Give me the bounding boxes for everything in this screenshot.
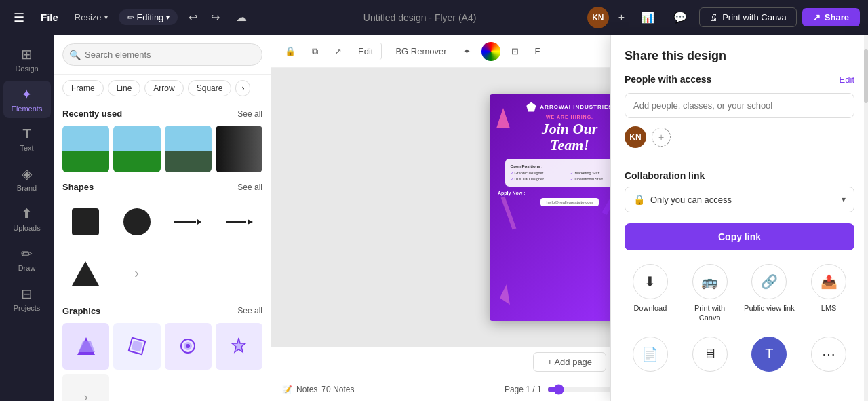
add-people-input[interactable] [625, 93, 854, 118]
document-title: Untitled design - Flyer (A4) [258, 12, 582, 23]
sidebar-item-uploads[interactable]: ⬆ Uploads [3, 200, 51, 237]
notes-section[interactable]: 📝 Notes 70 Notes [282, 385, 354, 394]
graphic-more-item[interactable]: › [62, 374, 109, 401]
user-row: KN + [625, 126, 854, 148]
shape-square-item[interactable] [62, 199, 108, 245]
sidebar-label-draw: Draw [18, 264, 36, 272]
download-label: Download [633, 303, 667, 313]
shape-triangle-item[interactable] [62, 250, 108, 297]
graphic-item-2[interactable] [113, 323, 160, 370]
graphic-item-3[interactable] [165, 323, 212, 370]
public-view-action[interactable]: 🔗 Public view link [744, 264, 795, 323]
search-icon: 🔍 [69, 50, 81, 60]
shape-line-item[interactable] [165, 199, 212, 245]
doc-action[interactable]: 📄 [625, 337, 676, 372]
sidebar-item-text[interactable]: T Text [3, 121, 51, 157]
file-menu[interactable]: File [35, 9, 64, 26]
recent-item-4[interactable] [216, 126, 262, 172]
recent-item-3[interactable] [165, 126, 212, 172]
sidebar-label-elements: Elements [12, 104, 43, 113]
dropdown-chevron-icon: ▾ [842, 195, 846, 204]
redo-button[interactable]: ↪ [205, 8, 225, 26]
access-dropdown[interactable]: 🔒 Only you can access ▾ [625, 187, 854, 212]
recently-used-see-all[interactable]: See all [237, 109, 262, 119]
download-action[interactable]: ⬇ Download [625, 264, 676, 323]
edit-button[interactable]: Edit [353, 43, 382, 60]
sidebar-label-design: Design [15, 64, 38, 73]
comments-icon[interactable]: 💬 [667, 7, 694, 28]
scrollbar-thumb[interactable] [864, 49, 868, 103]
lms-label: LMS [821, 303, 837, 313]
position-label-3: UI & UX Designer [515, 177, 544, 181]
recent-item-2[interactable] [113, 126, 160, 172]
print-canva-button[interactable]: 🖨 Print with Canva [699, 7, 797, 27]
position-label-1: Graphic Designer [515, 171, 544, 175]
graphics-see-all[interactable]: See all [237, 306, 262, 316]
access-option-text: Only you can access [650, 195, 836, 205]
share-title: Share this design [625, 49, 854, 63]
elements-icon: ✦ [21, 86, 33, 102]
shape-more-item[interactable]: › [114, 250, 160, 297]
shape-circle-item[interactable] [114, 199, 160, 245]
present-action[interactable]: 🖥 [684, 337, 736, 372]
recently-used-header: Recently used See all [54, 102, 271, 123]
zoom-slider[interactable] [547, 384, 615, 395]
sidebar-item-elements[interactable]: ✦ Elements [3, 81, 51, 118]
access-label: People with access [625, 74, 711, 85]
share-button[interactable]: ↗ Share [802, 8, 860, 26]
filter-square[interactable]: Square [188, 80, 232, 96]
add-collaborator-button[interactable]: + [614, 9, 629, 26]
black-thumb [216, 126, 262, 172]
crop-button[interactable]: ⊡ [506, 43, 524, 60]
svg-rect-13 [501, 196, 517, 229]
teams-action[interactable]: T [744, 337, 795, 372]
filter-more-button[interactable]: › [235, 80, 250, 96]
shape-arrow-item[interactable] [216, 199, 262, 245]
scrollbar-track [864, 35, 868, 401]
avatar[interactable]: KN [587, 7, 609, 28]
arrow-shape [226, 219, 253, 225]
notes-label: Notes [296, 385, 317, 394]
position-label-2: Marketing Staff [574, 171, 599, 175]
position-button[interactable]: ↗ [329, 43, 347, 60]
add-page-button[interactable]: + Add page [533, 352, 606, 372]
color-picker-button[interactable] [481, 42, 500, 61]
brand-icon: ◈ [22, 166, 32, 182]
graphics-title: Graphics [62, 306, 100, 316]
editing-mode-button[interactable]: ✏ Editing ▾ [119, 9, 178, 25]
page-info: Page 1 / 1 [505, 385, 542, 394]
add-user-button[interactable]: + [652, 128, 671, 147]
edit-access-link[interactable]: Edit [840, 75, 854, 85]
sidebar-item-draw[interactable]: ✏ Draw [3, 240, 51, 278]
search-input[interactable] [62, 43, 262, 66]
undo-button[interactable]: ↩ [183, 8, 203, 26]
triangle-shape [72, 261, 99, 286]
graphic-item-4[interactable] [216, 323, 262, 370]
filter-line[interactable]: Line [108, 80, 141, 96]
shapes-see-all[interactable]: See all [237, 183, 262, 192]
menu-icon[interactable]: ☰ [8, 7, 30, 28]
bg-remover-button[interactable]: BG Remover [390, 43, 452, 60]
svg-marker-11 [500, 284, 510, 305]
bg-remover-icon[interactable]: ✦ [458, 43, 476, 60]
topbar: ☰ File Resize ▾ ✏ Editing ▾ ↩ ↪ ☁ Untitl… [0, 0, 868, 35]
cloud-save-icon[interactable]: ☁ [231, 8, 252, 26]
effects-button[interactable]: F [530, 43, 546, 60]
lock-button[interactable]: 🔒 [279, 43, 301, 60]
filter-frame[interactable]: Frame [62, 80, 104, 96]
more-share-action[interactable]: ⋯ [803, 337, 854, 372]
elements-panel: 🔍 Frame Line Arrow Square › Recently use… [54, 35, 271, 401]
copy-link-button[interactable]: Copy link [625, 223, 854, 250]
flyer-title-line2: Team! [550, 136, 589, 153]
print-canva-action[interactable]: 🚌 Print with Canva [684, 264, 736, 323]
sidebar-item-design[interactable]: ⊞ Design [3, 41, 51, 78]
lms-action[interactable]: 📤 LMS [803, 264, 854, 323]
analytics-icon[interactable]: 📊 [634, 7, 661, 28]
duplicate-button[interactable]: ⧉ [307, 43, 323, 60]
sidebar-item-projects[interactable]: ⊟ Projects [3, 280, 51, 318]
recent-item-1[interactable] [62, 126, 109, 172]
sidebar-item-brand[interactable]: ◈ Brand [3, 160, 51, 197]
resize-button[interactable]: Resize ▾ [69, 9, 113, 25]
graphic-item-1[interactable] [62, 323, 109, 370]
filter-arrow[interactable]: Arrow [144, 80, 183, 96]
